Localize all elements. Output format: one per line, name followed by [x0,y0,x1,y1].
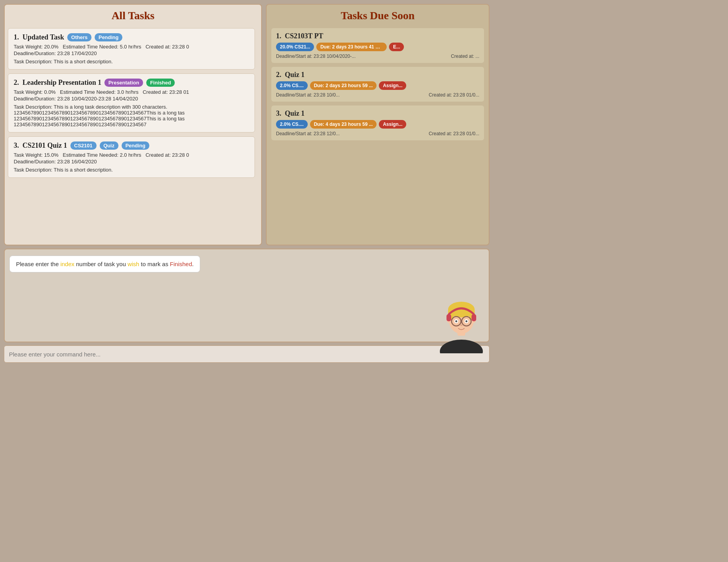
command-input[interactable] [9,351,484,358]
tasks-list[interactable]: 1. Updated Task Others Pending Task Weig… [5,25,261,245]
task-title-3: 3. CS2101 Quiz 1 [14,141,67,150]
bottom-area: Please enter the index number of task yo… [4,249,490,342]
tag-presentation: Presentation [104,79,143,87]
due-task-deadline-2: Deadline/Start at: 23:28 10/0... [276,92,340,98]
badge-due-1: Due: 2 days 23 hours 41 m... [316,43,387,51]
all-tasks-panel: All Tasks 1. Updated Task Others Pending… [4,4,262,245]
badge-weight-2: 2.0% CS.... [276,81,308,90]
svg-point-12 [466,320,468,322]
badge-due-2: Due: 2 days 23 hours 59 ... [310,81,377,90]
task-meta-1b: Deadline/Duration: 23:28 17/04/2020 [14,50,249,56]
hl-wish: wish [127,261,139,267]
due-task-title-1: 1. CS2103T PT [276,32,479,40]
due-task-created-1: Created at: ... [451,54,479,59]
task-item-1: 1. Updated Task Others Pending Task Weig… [8,28,255,70]
character-avatar [438,291,485,338]
due-task-created-3: Created at: 23:28 01/0... [429,131,479,136]
task-header-2: 2. Leadership Presentation 1 Presentatio… [14,79,249,87]
due-task-title-3: 3. Quiz 1 [276,109,479,118]
due-soon-panel: Tasks Due Soon 1. CS2103T PT 20.0% CS21.… [266,4,490,245]
due-task-badges-2: 2.0% CS.... Due: 2 days 23 hours 59 ... … [276,81,479,90]
badge-weight-3: 2.0% CS.... [276,120,308,129]
task-header-1: 1. Updated Task Others Pending [14,33,249,41]
svg-rect-16 [446,314,451,321]
svg-point-11 [455,320,457,322]
task-header-3: 3. CS2101 Quiz 1 CS2101 Quiz Pending [14,141,249,150]
badge-weight-1: 20.0% CS21... [276,43,314,51]
task-desc-1: Task Description: This is a short descri… [14,59,249,64]
task-title-1: 1. Updated Task [14,33,64,41]
svg-point-0 [440,340,483,353]
due-task-deadline-1: Deadline/Start at: 23:28 10/04/2020-... [276,54,355,59]
due-task-deadline-3: Deadline/Start at: 23:28 12/0... [276,131,340,136]
due-task-1: 1. CS2103T PT 20.0% CS21... Due: 2 days … [271,28,484,63]
all-tasks-title: All Tasks [5,5,261,25]
due-task-2: 2. Quiz 1 2.0% CS.... Due: 2 days 23 hou… [271,67,484,102]
tag-cs2101: CS2101 [70,141,97,150]
task-desc-3: Task Description: This is a short descri… [14,167,249,173]
due-soon-list[interactable]: 1. CS2103T PT 20.0% CS21... Due: 2 days … [267,25,489,245]
task-item-3: 3. CS2101 Quiz 1 CS2101 Quiz Pending Tas… [8,136,255,178]
task-meta-2b: Deadline/Duration: 23:28 10/04/2020-23:2… [14,96,249,102]
due-task-badges-3: 2.0% CS.... Due: 4 days 23 hours 59 ... … [276,120,479,129]
task-title-2: 2. Leadership Presentation 1 [14,79,101,87]
command-bar[interactable] [4,345,490,363]
tag-quiz: Quiz [100,141,118,150]
task-meta-3b: Deadline/Duration: 23:28 16/04/2020 [14,159,249,165]
task-item-2: 2. Leadership Presentation 1 Presentatio… [8,73,255,132]
hl-index: index [60,261,74,267]
tag-pending-3: Pending [122,141,149,150]
task-meta-3a: Task Weight: 15.0% Estimated Time Needed… [14,152,249,158]
badge-type-1: E... [389,43,404,51]
due-task-title-2: 2. Quiz 1 [276,71,479,79]
tag-finished: Finished [146,79,175,87]
due-task-meta-3: Deadline/Start at: 23:28 12/0... Created… [276,131,479,136]
message-bubble: Please enter the index number of task yo… [9,256,200,272]
hl-finished: Finished [170,261,192,267]
badge-type-3: Assign... [379,120,406,129]
task-meta-2a: Task Weight: 0.0% Estimated Time Needed:… [14,89,249,95]
due-soon-title: Tasks Due Soon [267,5,489,25]
svg-point-13 [460,324,463,326]
task-meta-1a: Task Weight: 20.0% Estimated Time Needed… [14,44,249,50]
due-task-meta-1: Deadline/Start at: 23:28 10/04/2020-... … [276,54,479,59]
due-task-meta-2: Deadline/Start at: 23:28 10/0... Created… [276,92,479,98]
due-task-badges-1: 20.0% CS21... Due: 2 days 23 hours 41 m.… [276,43,479,51]
due-task-3: 3. Quiz 1 2.0% CS.... Due: 4 days 23 hou… [271,106,484,140]
task-desc-2: Task Description: This is a long task de… [14,104,249,127]
tag-others: Others [67,33,91,41]
svg-rect-17 [472,314,476,321]
due-task-created-2: Created at: 23:28 01/0... [429,92,479,98]
tag-pending-1: Pending [95,33,122,41]
badge-type-2: Assign... [379,81,406,90]
badge-due-3: Due: 4 days 23 hours 59 ... [310,120,377,129]
